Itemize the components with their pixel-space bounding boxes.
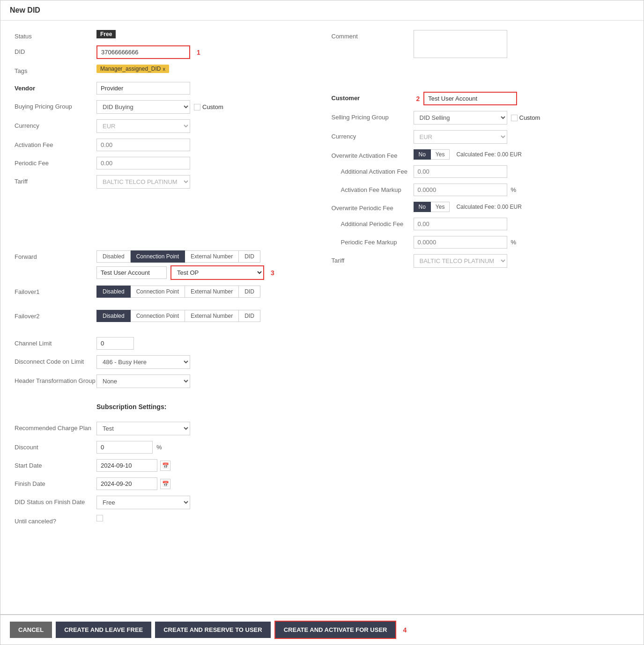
- form-body: Status Free DID 1 Tags: [0, 21, 644, 614]
- additional-activation-label: Additional Activation Fee: [332, 165, 414, 175]
- page-title: New DID: [10, 6, 40, 14]
- disconnect-code-label: Disconnect Code on Limit: [15, 355, 96, 365]
- status-badge: Free: [96, 30, 116, 38]
- overwrite-periodic-yes[interactable]: Yes: [431, 202, 450, 212]
- tariff-left-control: BALTIC TELCO PLATINUM A-Z: [96, 175, 313, 189]
- overwrite-activation-no[interactable]: No: [414, 149, 431, 160]
- overwrite-activation-yes[interactable]: Yes: [431, 149, 450, 160]
- activation-fee-left-input[interactable]: [96, 139, 190, 151]
- discount-control: %: [96, 441, 313, 454]
- tariff-left-label: Tariff: [15, 175, 96, 185]
- discount-input[interactable]: [96, 441, 153, 454]
- customer-input[interactable]: [423, 92, 517, 105]
- comment-textarea[interactable]: [414, 30, 507, 58]
- failover1-label: Failover1: [15, 286, 96, 295]
- buying-custom-check[interactable]: [194, 104, 200, 110]
- selling-custom-checkbox: Custom: [511, 114, 540, 121]
- tariff-right-row: Tariff BALTIC TELCO PLATINUM A-Z: [332, 254, 630, 268]
- periodic-markup-input[interactable]: [414, 236, 507, 249]
- selling-pricing-label: Selling Pricing Group: [332, 111, 414, 121]
- did-row: DID 1: [15, 45, 313, 59]
- failover1-tab-disabled[interactable]: Disabled: [96, 286, 131, 298]
- selling-pricing-row: Selling Pricing Group DID Selling Custom: [332, 111, 630, 125]
- page-footer: CANCEL CREATE AND LEAVE FREE CREATE AND …: [0, 614, 644, 645]
- start-date-control: 📅: [96, 459, 313, 472]
- selling-custom-check[interactable]: [511, 115, 518, 121]
- disconnect-code-row: Disconnect Code on Limit 486 - Busy Here: [15, 355, 313, 369]
- buying-pricing-label: Buying Pricing Group: [15, 100, 96, 110]
- currency-left-select[interactable]: EUR: [96, 119, 190, 133]
- vendor-row: Vendor: [15, 82, 313, 95]
- finish-date-calendar-icon[interactable]: 📅: [160, 479, 170, 489]
- finish-date-input[interactable]: [96, 477, 157, 490]
- start-date-calendar-icon[interactable]: 📅: [160, 461, 170, 471]
- forward-op-select[interactable]: Test OP: [170, 265, 264, 280]
- currency-right-row: Currency EUR: [332, 130, 630, 144]
- additional-periodic-input[interactable]: [414, 218, 507, 230]
- forward-tabs: Disabled Connection Point External Numbe…: [96, 250, 274, 263]
- failover2-tab-external-number[interactable]: External Number: [185, 310, 239, 322]
- customer-annotation: 2: [416, 95, 420, 103]
- did-status-finish-row: DID Status on Finish Date Free: [15, 496, 313, 509]
- forward-annotation: 3: [271, 269, 274, 277]
- failover2-tabs: Disabled Connection Point External Numbe…: [96, 310, 260, 322]
- overwrite-periodic-no[interactable]: No: [414, 202, 431, 212]
- failover2-tab-disabled[interactable]: Disabled: [96, 310, 131, 322]
- right-column: Comment Customer 2 Selling Prici: [332, 30, 630, 530]
- header-transformation-select[interactable]: None: [96, 374, 190, 388]
- overwrite-periodic-control: No Yes Calculated Fee: 0.00 EUR: [414, 202, 630, 212]
- periodic-fee-left-input[interactable]: [96, 157, 190, 169]
- overwrite-periodic-label: Overwrite Periodic Fee: [332, 202, 414, 212]
- forward-tab-disabled[interactable]: Disabled: [96, 250, 131, 263]
- forward-account-input[interactable]: [96, 266, 167, 279]
- until-canceled-checkbox[interactable]: [96, 515, 103, 521]
- forward-tab-connection-point[interactable]: Connection Point: [131, 250, 185, 263]
- forward-fields: Test OP 3: [96, 265, 274, 280]
- tariff-left-select[interactable]: BALTIC TELCO PLATINUM A-Z: [96, 175, 190, 189]
- periodic-markup-row: Periodic Fee Markup %: [332, 236, 630, 249]
- failover1-tab-did[interactable]: DID: [239, 286, 260, 298]
- tag-value: Manager_assigned_DID: [100, 66, 161, 72]
- failover1-tab-connection-point[interactable]: Connection Point: [131, 286, 185, 298]
- cancel-button[interactable]: CANCEL: [10, 622, 52, 638]
- start-date-input[interactable]: [96, 459, 157, 472]
- additional-activation-row: Additional Activation Fee: [332, 165, 630, 178]
- create-reserve-button[interactable]: CREATE AND RESERVE TO USER: [155, 622, 270, 638]
- failover2-tab-connection-point[interactable]: Connection Point: [131, 310, 185, 322]
- activation-fee-left-label: Activation Fee: [15, 139, 96, 148]
- failover1-row: Failover1 Disabled Connection Point Exte…: [15, 286, 313, 298]
- start-date-label: Start Date: [15, 459, 96, 469]
- create-leave-free-button[interactable]: CREATE AND LEAVE FREE: [56, 622, 151, 638]
- currency-right-select[interactable]: EUR: [414, 130, 507, 144]
- did-label: DID: [15, 45, 96, 55]
- periodic-markup-label: Periodic Fee Markup: [332, 236, 414, 246]
- periodic-fee-left-label: Periodic Fee: [15, 157, 96, 167]
- disconnect-code-control: 486 - Busy Here: [96, 355, 313, 369]
- start-date-row: Start Date 📅: [15, 459, 313, 472]
- did-input[interactable]: [96, 45, 190, 59]
- disconnect-code-select[interactable]: 486 - Busy Here: [96, 355, 190, 369]
- subscription-heading-spacer: [15, 403, 96, 406]
- tariff-right-select[interactable]: BALTIC TELCO PLATINUM A-Z: [414, 254, 507, 268]
- charge-plan-select[interactable]: Test: [96, 422, 190, 435]
- failover1-tab-external-number[interactable]: External Number: [185, 286, 239, 298]
- activation-markup-input[interactable]: [414, 183, 507, 196]
- buying-pricing-select[interactable]: DID Buying: [96, 100, 190, 114]
- vendor-input[interactable]: [96, 82, 190, 95]
- forward-tab-external-number[interactable]: External Number: [185, 250, 239, 263]
- finish-date-row: Finish Date 📅: [15, 477, 313, 490]
- tag-remove[interactable]: x: [163, 66, 165, 72]
- create-activate-button[interactable]: CREATE AND ACTIVATE FOR USER: [274, 621, 397, 639]
- discount-suffix: %: [156, 444, 162, 451]
- comment-label: Comment: [332, 30, 414, 40]
- selling-pricing-select[interactable]: DID Selling: [414, 111, 507, 125]
- periodic-fee-left-control: [96, 157, 313, 169]
- additional-activation-input[interactable]: [414, 165, 507, 178]
- channel-limit-input[interactable]: [96, 337, 134, 350]
- failover2-tab-did[interactable]: DID: [239, 310, 260, 322]
- currency-right-control: EUR: [414, 130, 630, 144]
- did-status-finish-select[interactable]: Free: [96, 496, 190, 509]
- forward-tab-did[interactable]: DID: [239, 250, 260, 263]
- finish-date-control: 📅: [96, 477, 313, 490]
- failover2-label: Failover2: [15, 310, 96, 320]
